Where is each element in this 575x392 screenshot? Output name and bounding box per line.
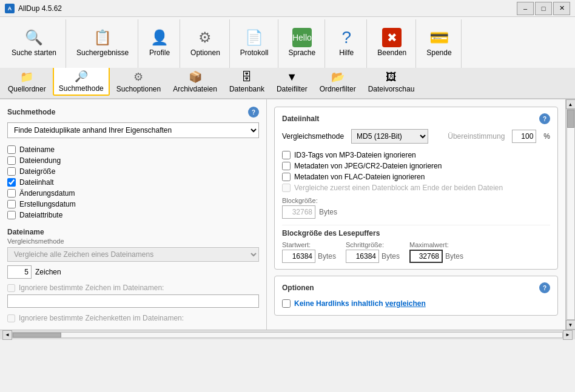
aenderungsdatum-checkbox[interactable] (7, 189, 16, 198)
ignore-zeichen-checkbox[interactable] (7, 284, 15, 292)
hilfe-label: Hilfe (339, 48, 354, 57)
hilfe-button[interactable]: ? Hilfe (331, 22, 361, 63)
scroll-track-horizontal[interactable] (12, 332, 563, 338)
optionen-button[interactable]: ⚙ Optionen (186, 22, 224, 63)
suchoptionen-tab[interactable]: ⚙ Suchoptionen (111, 68, 166, 96)
dateigroesse-label[interactable]: Dateigröße (19, 167, 55, 176)
options-icon: ⚙ (195, 28, 215, 47)
suchmethode-dropdown[interactable]: Finde Dateiduplikate anhand Ihrer Eigens… (7, 122, 259, 138)
titlebar-controls[interactable]: – □ ✕ (517, 2, 570, 15)
ignore2-row: Ignoriere bestimmte Zeichenketten im Dat… (7, 314, 259, 322)
erstellungsdatum-checkbox[interactable] (7, 200, 16, 208)
id3tags-label[interactable]: ID3-Tags von MP3-Dateien ignorieren (294, 151, 416, 159)
scroll-right-button[interactable]: ► (563, 330, 573, 340)
zeichen-input[interactable] (7, 265, 32, 279)
profile-button[interactable]: 👤 Profile (144, 22, 175, 63)
compare-method-row: Vergleichsmethode MD5 (128-Bit) SHA1 (16… (282, 129, 550, 144)
dateiinhalt-label[interactable]: Dateiinhalt (19, 178, 54, 187)
compare-method-label: Vergleichsmethode (282, 132, 344, 141)
dateiinhalt-row: Dateiinhalt (7, 177, 259, 188)
maximize-button[interactable]: □ (535, 2, 552, 15)
ignore2-checkbox[interactable] (7, 314, 15, 322)
zeichen-label: Zeichen (35, 268, 61, 276)
match-input[interactable] (512, 130, 536, 143)
ignore-zeichen-input[interactable] (7, 294, 259, 308)
scroll-up-button[interactable]: ▲ (566, 99, 576, 109)
datenbank-tab[interactable]: 🗄 Datenbank (224, 68, 270, 96)
buffer-schrittgroesse-unit: Bytes (382, 252, 400, 261)
scroll-left-button[interactable]: ◄ (2, 330, 12, 340)
dateiendung-label[interactable]: Dateiendung (19, 156, 61, 165)
close-button[interactable]: ✕ (553, 2, 570, 15)
erstellungsdatum-label[interactable]: Erstellungsdatum (19, 200, 76, 208)
ribbon-group-profile: 👤 Profile (140, 19, 180, 68)
flac-meta-checkbox[interactable] (282, 173, 291, 181)
dateiendung-checkbox[interactable] (7, 156, 16, 165)
scroll-down-button[interactable]: ▼ (566, 320, 576, 330)
suchoptionen-label: Suchoptionen (116, 85, 161, 93)
hardlinks-checkbox[interactable] (282, 299, 291, 308)
flac-meta-label[interactable]: Metadaten von FLAC-Dateien ignorieren (294, 173, 425, 181)
sprache-label: Sprache (289, 48, 316, 57)
optionen-help-button[interactable]: ? (539, 282, 550, 293)
blockgroesse-input[interactable] (282, 205, 315, 219)
beenden-label: Beenden (377, 48, 406, 57)
datenbank-icon: 🗄 (240, 70, 254, 84)
buffer-maximalwert-label: Maximalwert: (409, 241, 463, 248)
ribbon: 🔍 Suche starten 📋 Suchergebnisse 👤 Profi… (0, 17, 575, 99)
dateiname-checkbox[interactable] (7, 145, 16, 154)
dateiname-row: Dateiname (7, 144, 259, 155)
ribbon-group-language: Hello Sprache (280, 19, 326, 68)
scroll-track-vertical[interactable] (567, 109, 575, 320)
beenden-button[interactable]: ✖ Beenden (373, 22, 411, 63)
aenderungsdatum-row: Änderungsdatum (7, 188, 259, 199)
buffer-startwert-input[interactable] (282, 250, 315, 263)
percent-label: % (543, 132, 550, 141)
optionen-section: Optionen ? Keine Hardlinks inhaltlich ve… (274, 276, 558, 316)
buffer-schrittgroesse-input[interactable] (346, 250, 379, 263)
dateiattribute-row: Dateiattribute (7, 210, 259, 221)
compare-method-select[interactable]: MD5 (128-Bit) SHA1 (160-Bit) SHA256 (256… (351, 129, 428, 144)
search-start-icon: 🔍 (24, 28, 44, 47)
vergleichsmethode-dropdown[interactable]: Vergleiche alle Zeichen eines Dateinamen… (7, 247, 259, 262)
titlebar: A AllDup 4.5.62 – □ ✕ (0, 0, 575, 17)
dateiattribute-label[interactable]: Dateiattribute (19, 211, 62, 219)
buffer-inputs: Startwert: Bytes Schrittgröße: Bytes (282, 241, 550, 263)
minimize-button[interactable]: – (517, 2, 534, 15)
archivdateien-tab[interactable]: 📦 Archivdateien (167, 68, 223, 96)
dateivorschau-tab[interactable]: 🖼 Dateivorschau (363, 68, 420, 96)
buffer-maximalwert-input[interactable] (409, 250, 443, 263)
scroll-thumb-vertical[interactable] (567, 110, 574, 128)
optionen-heading: Optionen ? (282, 282, 550, 293)
ribbon-row2: 📁 Quellordner 🔎 Suchmethode ⚙ Suchoption… (0, 68, 575, 98)
datenblock-checkbox[interactable] (282, 184, 291, 192)
dateiattribute-checkbox[interactable] (7, 211, 16, 219)
jpeg-meta-checkbox[interactable] (282, 162, 291, 170)
dateigroesse-checkbox[interactable] (7, 167, 16, 176)
aenderungsdatum-label[interactable]: Änderungsdatum (19, 189, 75, 198)
id3tags-checkbox[interactable] (282, 151, 291, 159)
protokoll-button[interactable]: 📄 Protokoll (236, 22, 273, 63)
dateiinhalt-checkbox[interactable] (7, 178, 16, 187)
dateifilter-tab[interactable]: ▼ Dateifilter (271, 68, 313, 96)
hardlinks-label-pre: Keine Hardlinks inhaltlich (294, 299, 385, 308)
suchmethode-tab[interactable]: 🔎 Suchmethode (53, 68, 110, 96)
hardlinks-label[interactable]: Keine Hardlinks inhaltlich vergleichen (294, 299, 426, 308)
dateiinhalt-help-button[interactable]: ? (539, 113, 550, 124)
suche-starten-button[interactable]: 🔍 Suche starten (7, 22, 61, 63)
spende-button[interactable]: 💳 Spende (422, 22, 456, 63)
quellordner-tab[interactable]: 📁 Quellordner (2, 68, 52, 96)
panels-wrapper: Suchmethode ? Finde Dateiduplikate anhan… (0, 99, 575, 330)
ribbon-group-log: 📄 Protokoll (231, 19, 278, 68)
scroll-thumb-horizontal[interactable] (13, 333, 61, 337)
sprache-button[interactable]: Hello Sprache (284, 22, 320, 63)
suchergebnisse-button[interactable]: 📋 Suchergebnisse (72, 22, 133, 63)
suchmethode-help-button[interactable]: ? (248, 107, 259, 118)
id3tags-row: ID3-Tags von MP3-Dateien ignorieren (282, 150, 550, 161)
ribbon-row1: 🔍 Suche starten 📋 Suchergebnisse 👤 Profi… (0, 17, 575, 68)
jpeg-meta-label[interactable]: Metadaten von JPEG/CR2-Dateien ignoriere… (294, 162, 442, 170)
suche-starten-label: Suche starten (12, 48, 56, 57)
dateiname-label[interactable]: Dateiname (19, 145, 55, 154)
suchergebnisse-label: Suchergebnisse (76, 48, 129, 57)
ordnerfilter-tab[interactable]: 📂 Ordnerfilter (314, 68, 361, 96)
